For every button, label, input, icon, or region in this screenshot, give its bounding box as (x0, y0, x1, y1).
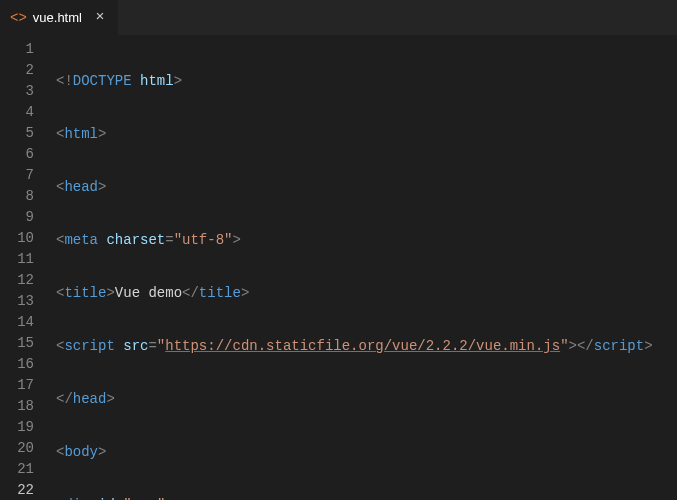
attr: html (140, 73, 174, 89)
space (132, 73, 140, 89)
line-number: 10 (0, 228, 48, 249)
tab-vue-html[interactable]: <> vue.html × (0, 0, 119, 35)
line-number: 21 (0, 459, 48, 480)
punct: > (98, 444, 106, 460)
attr: charset (106, 232, 165, 248)
tag: html (64, 126, 98, 142)
tag: script (594, 338, 644, 354)
punct: </ (182, 285, 199, 301)
punct: > (106, 285, 114, 301)
punct: > (98, 126, 106, 142)
text-content: Vue demo (115, 285, 182, 301)
code-line[interactable]: <script src="https://cdn.staticfile.org/… (56, 336, 653, 357)
punct: = (148, 338, 156, 354)
code-file-icon: <> (10, 10, 27, 26)
quote: " (157, 338, 165, 354)
code-line[interactable]: <body> (56, 442, 653, 463)
punct: <! (56, 73, 73, 89)
tag: script (64, 338, 114, 354)
tag: head (64, 179, 98, 195)
code-line[interactable]: </head> (56, 389, 653, 410)
code-line[interactable]: <!DOCTYPE html> (56, 71, 653, 92)
attr-value: utf-8 (182, 232, 224, 248)
line-number: 2 (0, 60, 48, 81)
punct: = (165, 232, 173, 248)
code-line[interactable]: <title>Vue demo</title> (56, 283, 653, 304)
line-number: 17 (0, 375, 48, 396)
tab-filename: vue.html (33, 10, 82, 25)
doctype-keyword: DOCTYPE (73, 73, 132, 89)
punct: > (644, 338, 652, 354)
code-content[interactable]: <!DOCTYPE html> <html> <head> <meta char… (48, 35, 653, 500)
code-line[interactable]: <head> (56, 177, 653, 198)
line-number: 13 (0, 291, 48, 312)
line-number: 6 (0, 144, 48, 165)
editor-area[interactable]: 12345678910111213141516171819202122 <!DO… (0, 35, 677, 500)
punct: > (569, 338, 577, 354)
quote: " (174, 232, 182, 248)
line-number: 15 (0, 333, 48, 354)
url-value[interactable]: https://cdn.staticfile.org/vue/2.2.2/vue… (165, 338, 560, 354)
close-icon[interactable]: × (92, 9, 108, 26)
punct: > (241, 285, 249, 301)
line-number: 16 (0, 354, 48, 375)
line-number: 4 (0, 102, 48, 123)
line-number: 5 (0, 123, 48, 144)
line-number: 12 (0, 270, 48, 291)
punct: > (106, 391, 114, 407)
line-number: 19 (0, 417, 48, 438)
tag: head (73, 391, 107, 407)
tag: title (64, 285, 106, 301)
attr: src (123, 338, 148, 354)
code-line[interactable]: <div id="app"> (56, 495, 653, 500)
code-line[interactable]: <html> (56, 124, 653, 145)
line-number: 18 (0, 396, 48, 417)
punct: > (174, 73, 182, 89)
line-number: 11 (0, 249, 48, 270)
code-line[interactable]: <meta charset="utf-8"> (56, 230, 653, 251)
punct: </ (577, 338, 594, 354)
line-number: 7 (0, 165, 48, 186)
quote: " (560, 338, 568, 354)
line-number: 22 (0, 480, 48, 500)
tab-bar: <> vue.html × (0, 0, 677, 35)
tag: body (64, 444, 98, 460)
tag: meta (64, 232, 98, 248)
line-number-gutter: 12345678910111213141516171819202122 (0, 35, 48, 500)
punct: </ (56, 391, 73, 407)
space (115, 338, 123, 354)
punct: > (98, 179, 106, 195)
line-number: 3 (0, 81, 48, 102)
punct: > (232, 232, 240, 248)
line-number: 1 (0, 39, 48, 60)
line-number: 9 (0, 207, 48, 228)
tag: title (199, 285, 241, 301)
line-number: 8 (0, 186, 48, 207)
line-number: 20 (0, 438, 48, 459)
line-number: 14 (0, 312, 48, 333)
